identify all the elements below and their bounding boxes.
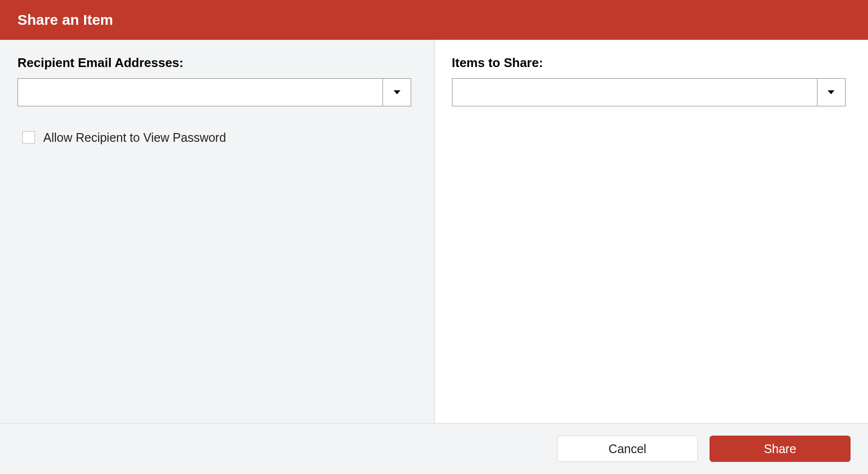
share-item-dialog: Share an Item Recipient Email Addresses:… (0, 0, 868, 474)
caret-down-icon (393, 90, 401, 95)
items-dropdown-button[interactable] (817, 79, 845, 106)
cancel-button[interactable]: Cancel (557, 436, 698, 462)
dialog-header: Share an Item (0, 0, 868, 40)
recipients-combo (17, 78, 411, 106)
recipients-pane: Recipient Email Addresses: Allow Recipie… (0, 40, 434, 423)
allow-view-password-label[interactable]: Allow Recipient to View Password (43, 131, 226, 145)
share-button[interactable]: Share (710, 436, 851, 462)
recipients-input[interactable] (18, 79, 382, 106)
dialog-title: Share an Item (17, 12, 113, 28)
dialog-footer: Cancel Share (0, 423, 868, 474)
dialog-body: Recipient Email Addresses: Allow Recipie… (0, 40, 868, 423)
caret-down-icon (827, 90, 835, 95)
recipients-dropdown-button[interactable] (382, 79, 411, 106)
allow-view-password-checkbox[interactable] (22, 131, 35, 144)
items-combo (452, 78, 846, 106)
recipients-label: Recipient Email Addresses: (17, 55, 417, 70)
items-pane: Items to Share: (434, 40, 868, 423)
items-input[interactable] (452, 79, 817, 106)
allow-view-password-row: Allow Recipient to View Password (17, 130, 417, 145)
items-label: Items to Share: (452, 55, 851, 70)
